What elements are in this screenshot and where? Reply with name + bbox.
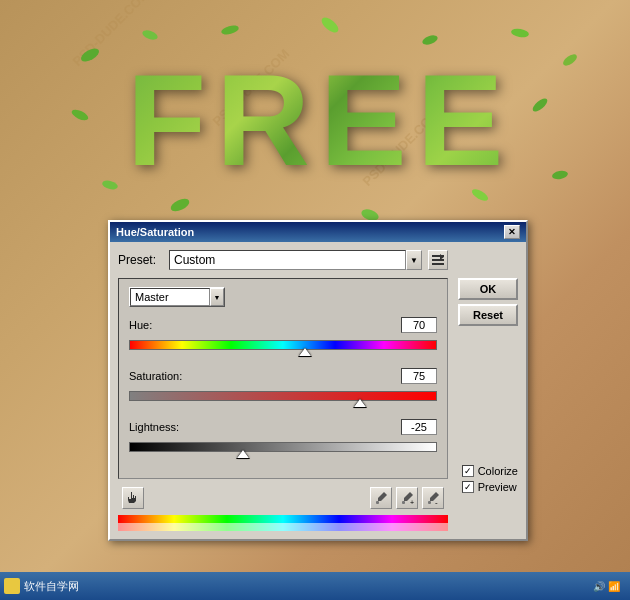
saturation-label: Saturation: [129, 370, 182, 382]
taskbar-icon [4, 578, 20, 594]
saturation-thumb[interactable] [354, 399, 366, 407]
svg-rect-15 [432, 259, 444, 261]
free-text: FREE [127, 45, 514, 195]
saturation-gradient-track [129, 391, 437, 401]
inner-panel: Master ▼ Hue: 70 Saturation: [118, 278, 448, 479]
lightness-slider-track[interactable] [129, 438, 437, 458]
hand-tool-button[interactable] [122, 487, 144, 509]
colorize-label: Colorize [478, 465, 518, 477]
preview-row: ✓ Preview [462, 481, 518, 493]
hue-gradient-track [129, 340, 437, 350]
preview-label: Preview [478, 481, 517, 493]
channel-dropdown-arrow[interactable]: ▼ [210, 288, 224, 306]
lightness-value[interactable]: -25 [401, 419, 437, 435]
saturation-value[interactable]: 75 [401, 368, 437, 384]
hue-value[interactable]: 70 [401, 317, 437, 333]
colorize-checkbox[interactable]: ✓ [462, 465, 474, 477]
channel-row: Master ▼ [129, 287, 437, 307]
svg-text:+: + [410, 499, 414, 505]
preset-select[interactable]: Custom [169, 250, 406, 270]
free-text-container: FREE [40, 10, 600, 230]
saturation-slider-track[interactable] [129, 387, 437, 407]
eyedropper-icon [374, 491, 388, 505]
svg-rect-19 [402, 501, 405, 504]
taskbar-app: 软件自学网 [4, 578, 79, 594]
taskbar: 软件自学网 🔊 📶 [0, 572, 630, 600]
svg-rect-16 [432, 263, 444, 265]
system-tray: 🔊 📶 [587, 581, 626, 592]
eyedropper-tool-button[interactable] [370, 487, 392, 509]
hue-thumb[interactable] [299, 348, 311, 356]
dialog-close-button[interactable]: ✕ [504, 225, 520, 239]
preset-options-button[interactable] [428, 250, 448, 270]
dialog-titlebar: Hue/Saturation ✕ [110, 222, 526, 242]
spectrum-bars [118, 515, 448, 531]
svg-rect-18 [376, 501, 379, 504]
preset-dropdown-arrow[interactable]: ▼ [406, 250, 422, 270]
lightness-slider-row: Lightness: -25 [129, 419, 437, 458]
preset-label: Preset: [118, 253, 163, 267]
hue-label: Hue: [129, 319, 152, 331]
reset-button[interactable]: Reset [458, 304, 518, 326]
lightness-label: Lightness: [129, 421, 179, 433]
hue-saturation-dialog: Hue/Saturation ✕ Preset: Custom ▼ OK [108, 220, 528, 541]
eyedropper-minus-icon: - [426, 491, 440, 505]
hue-slider-track[interactable] [129, 336, 437, 356]
eyedropper-plus-button[interactable]: + [396, 487, 418, 509]
lightness-thumb[interactable] [237, 450, 249, 458]
colorize-row: ✓ Colorize [462, 465, 518, 477]
preview-checkbox[interactable]: ✓ [462, 481, 474, 493]
button-group: OK Reset [458, 278, 518, 326]
channel-select[interactable]: Master [130, 288, 210, 306]
svg-text:-: - [435, 498, 438, 505]
hand-icon [126, 491, 140, 505]
dialog-body: Preset: Custom ▼ OK Reset [110, 242, 526, 539]
eyedropper-minus-button[interactable]: - [422, 487, 444, 509]
dialog-title: Hue/Saturation [116, 226, 194, 238]
preset-row: Preset: Custom ▼ [118, 250, 448, 270]
saturation-slider-row: Saturation: 75 [129, 368, 437, 407]
spectrum-bar-bottom [118, 523, 448, 531]
eyedropper-plus-icon: + [400, 491, 414, 505]
ok-button[interactable]: OK [458, 278, 518, 300]
lightness-gradient-track [129, 442, 437, 452]
checkbox-area: ✓ Colorize ✓ Preview [462, 465, 518, 493]
spectrum-bar-top [118, 515, 448, 523]
taskbar-label: 软件自学网 [24, 579, 79, 594]
bottom-toolbar: + - [118, 483, 448, 513]
svg-rect-21 [428, 501, 431, 504]
hue-slider-row: Hue: 70 [129, 317, 437, 356]
